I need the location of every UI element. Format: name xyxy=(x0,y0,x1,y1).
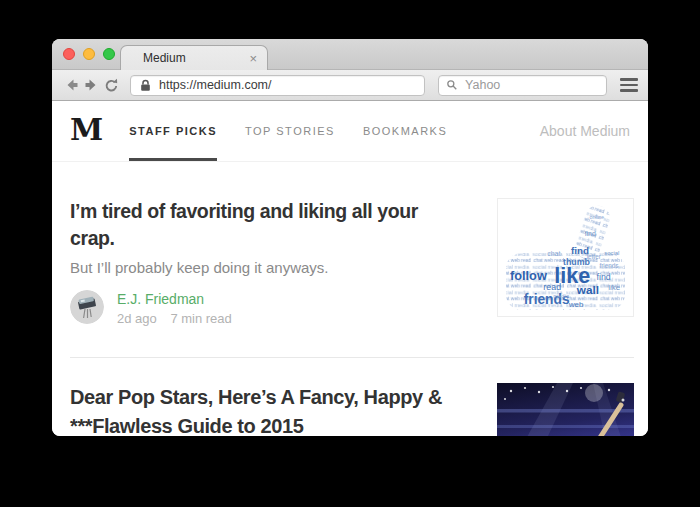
article-thumbnail-word-cloud[interactable]: social media chat web read follow like f… xyxy=(497,198,634,317)
browser-toolbar: https://medium.com/ xyxy=(52,70,648,101)
article-title[interactable]: I’m tired of favoriting and liking all y… xyxy=(70,198,479,252)
about-medium-link[interactable]: About Medium xyxy=(540,123,630,139)
refresh-icon xyxy=(103,77,120,94)
author-name-link[interactable]: E.J. Friedman xyxy=(117,291,232,307)
article-meta: 2d ago 7 min read xyxy=(117,311,232,326)
author-row: E.J. Friedman 2d ago 7 min read xyxy=(70,290,479,326)
search-input[interactable] xyxy=(463,77,599,93)
nav-tab-staff-picks[interactable]: STAFF PICKS xyxy=(129,101,217,161)
svg-text:online: online xyxy=(590,214,604,220)
article-age: 2d ago xyxy=(117,311,157,326)
article-title[interactable]: Dear Pop Stars, Here’s A Fancy, Happy & … xyxy=(70,383,479,436)
desktop-background: Medium × xyxy=(0,0,700,507)
svg-text:friends: friends xyxy=(599,262,618,269)
browser-window: Medium × xyxy=(52,39,648,436)
article-title-line: crap. xyxy=(70,225,479,252)
article-card: Dear Pop Stars, Here’s A Fancy, Happy & … xyxy=(52,358,648,436)
hamburger-icon xyxy=(620,89,638,91)
nav-tab-bookmarks[interactable]: BOOKMARKS xyxy=(363,101,447,161)
concert-photo-image xyxy=(497,383,634,436)
minimize-window-button[interactable] xyxy=(83,48,95,60)
svg-text:social: social xyxy=(604,250,619,256)
author-info: E.J. Friedman 2d ago 7 min read xyxy=(117,290,232,326)
avatar-image xyxy=(70,290,104,324)
medium-header: M STAFF PICKS TOP STORIES BOOKMARKS Abou… xyxy=(52,101,648,162)
article-card: I’m tired of favoriting and liking all y… xyxy=(52,162,648,326)
medium-logo[interactable]: M xyxy=(70,115,103,145)
svg-text:follow: follow xyxy=(510,268,547,283)
svg-text:read: read xyxy=(543,282,561,292)
svg-text:chat: chat xyxy=(547,250,560,257)
svg-text:find: find xyxy=(596,272,610,282)
url-bar[interactable]: https://medium.com/ xyxy=(130,75,425,96)
close-window-button[interactable] xyxy=(63,48,75,60)
tab-close-icon[interactable]: × xyxy=(249,52,257,65)
hamburger-icon xyxy=(620,78,638,80)
magnifier-icon xyxy=(446,78,458,92)
article-title-line: Dear Pop Stars, Here’s A Fancy, Happy & xyxy=(70,383,479,412)
avatar[interactable] xyxy=(70,290,104,324)
article-text-column: Dear Pop Stars, Here’s A Fancy, Happy & … xyxy=(70,383,497,436)
refresh-button[interactable] xyxy=(101,75,121,95)
svg-text:media: media xyxy=(553,293,570,299)
back-button[interactable] xyxy=(62,75,82,95)
menu-button[interactable] xyxy=(620,78,638,91)
article-subtitle: But I’ll probably keep doing it anyways. xyxy=(70,259,479,276)
back-arrow-icon xyxy=(64,77,80,93)
url-text: https://medium.com/ xyxy=(159,78,272,92)
thumbs-up-word-cloud-image: social media chat web read follow like f… xyxy=(498,199,633,316)
page-content: M STAFF PICKS TOP STORIES BOOKMARKS Abou… xyxy=(52,101,648,436)
article-title-line: I’m tired of favoriting and liking all y… xyxy=(70,198,479,225)
hamburger-icon xyxy=(620,84,638,86)
lock-icon xyxy=(138,78,153,93)
tab-title: Medium xyxy=(143,51,249,65)
browser-titlebar[interactable]: Medium × xyxy=(52,39,648,70)
svg-text:letter: letter xyxy=(587,253,602,260)
article-thumbnail-concert-photo[interactable] xyxy=(497,383,634,436)
svg-text:find: find xyxy=(585,230,596,237)
search-bar[interactable] xyxy=(438,75,607,96)
svg-text:wall: wall xyxy=(576,283,599,296)
article-read-time: 7 min read xyxy=(170,311,231,326)
browser-tab-medium[interactable]: Medium × xyxy=(120,45,268,70)
medium-nav: STAFF PICKS TOP STORIES BOOKMARKS xyxy=(129,101,475,161)
svg-text:web: web xyxy=(568,300,584,309)
article-title-line: ***Flawless Guide to 2015 xyxy=(70,412,479,436)
forward-button[interactable] xyxy=(82,75,102,95)
forward-arrow-icon xyxy=(83,77,99,93)
nav-tab-top-stories[interactable]: TOP STORIES xyxy=(245,101,335,161)
traffic-lights xyxy=(63,48,115,60)
zoom-window-button[interactable] xyxy=(103,48,115,60)
svg-text:like: like xyxy=(608,283,620,292)
article-text-column: I’m tired of favoriting and liking all y… xyxy=(70,198,497,326)
